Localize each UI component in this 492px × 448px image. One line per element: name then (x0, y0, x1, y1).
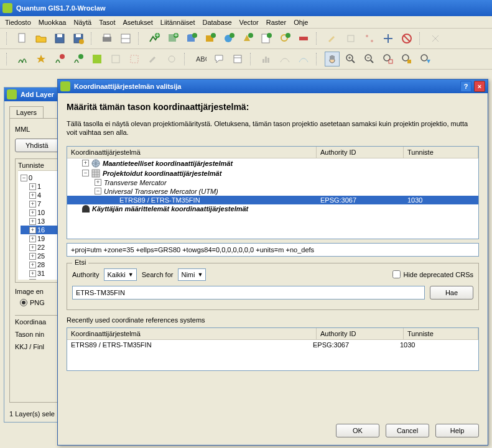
menu-muokkaa[interactable]: Muokkaa (39, 19, 67, 26)
modal-heading: Määritä tämän tason koordinaattjärjestel… (67, 102, 479, 112)
menu-liitannaiset[interactable]: Liitännäiset (160, 19, 195, 26)
add-wfs-icon[interactable] (240, 31, 255, 46)
composer-icon[interactable] (118, 31, 133, 46)
tree-row-tm[interactable]: +Transverse Mercator (67, 178, 478, 187)
add-vector-icon[interactable]: + (147, 31, 162, 46)
grass-new-icon[interactable] (15, 52, 30, 66)
zoomlayer-icon[interactable] (418, 52, 433, 66)
node-icon[interactable] (362, 31, 377, 46)
search-fieldset: Etsi Authority Kaikki▼ Search for Nimi▼ … (67, 263, 479, 310)
annotation-icon[interactable] (211, 52, 226, 66)
help-button[interactable]: Help (435, 424, 479, 437)
svg-rect-38 (112, 55, 119, 63)
menu-raster[interactable]: Raster (266, 19, 286, 26)
menu-ohje[interactable]: Ohje (294, 19, 308, 26)
svg-point-27 (285, 33, 290, 38)
grass-star-icon[interactable] (34, 52, 49, 66)
recent-crs-list[interactable]: Koordinaattijärjestelmä Authority ID Tun… (67, 327, 479, 371)
move-icon[interactable] (381, 31, 396, 46)
menu-asetukset[interactable]: Asetukset (123, 19, 152, 26)
delete-feat-icon[interactable] (399, 31, 414, 46)
tree-row-proj[interactable]: −Projektoidut koordinaattijärjestelmät (67, 168, 478, 178)
menu-vector[interactable]: Vector (239, 19, 259, 26)
print-icon[interactable] (100, 31, 114, 46)
recent-row[interactable]: ETRS89 / ETRS-TM35FIN EPSG:3067 1030 (67, 340, 478, 350)
ok-button[interactable]: OK (336, 424, 379, 437)
menu-tiedosto[interactable]: Tiedosto (5, 19, 31, 26)
add-gps-icon[interactable] (277, 31, 292, 46)
add-raster-icon[interactable]: + (165, 31, 180, 46)
hide-deprecated-checkbox[interactable]: Hide deprecated CRSs (392, 270, 473, 278)
add-spatial-icon[interactable] (203, 31, 218, 46)
open-icon[interactable] (34, 31, 49, 46)
svg-point-19 (211, 33, 216, 38)
menu-database[interactable]: Database (202, 19, 231, 26)
tree-row-utm[interactable]: −Universal Transverse Mercator (UTM) (67, 187, 478, 196)
grass-close-icon[interactable] (52, 52, 67, 66)
svg-rect-45 (265, 57, 267, 63)
cut-icon[interactable] (428, 31, 443, 46)
col-tunniste[interactable]: Tunniste (404, 147, 478, 158)
tree-row-user[interactable]: Käyttäjän määrittelemät koordinaattijärj… (67, 204, 478, 213)
zoomout-icon[interactable] (362, 52, 377, 66)
tree-row-selected[interactable]: ETRS89 / ETRS-TM35FIN EPSG:3067 1030 (67, 196, 478, 204)
add-db-icon[interactable] (184, 31, 199, 46)
grass-edit-icon[interactable] (146, 52, 160, 66)
stretch2-icon[interactable] (296, 52, 311, 66)
main-title: Quantum GIS1.7.0-Wroclaw (16, 4, 490, 12)
grass-region-icon[interactable] (127, 52, 142, 66)
searchfor-label: Search for (142, 271, 174, 278)
zoomin-icon[interactable] (343, 52, 358, 66)
help-icon[interactable]: ? (460, 81, 471, 92)
zoomfull-icon[interactable] (381, 52, 396, 66)
svg-rect-4 (76, 34, 81, 37)
pan-icon[interactable] (325, 52, 340, 66)
svg-point-5 (79, 39, 84, 44)
crs-tree[interactable]: Koordinaattijärjestelmä Authority ID Tun… (67, 146, 479, 239)
tab-layers[interactable]: Layers (9, 106, 44, 118)
grass-add-icon[interactable] (71, 52, 86, 66)
yhdista-button[interactable]: Yhdistä (15, 139, 59, 152)
hist-icon[interactable] (259, 52, 274, 66)
searchfor-combo[interactable]: Nimi▼ (178, 268, 206, 281)
authority-combo[interactable]: Kaikki▼ (104, 268, 136, 281)
form-icon[interactable] (230, 52, 245, 66)
label-icon[interactable]: ABC (193, 52, 208, 66)
col-crs[interactable]: Koordinaattijärjestelmä (67, 147, 317, 158)
col-authority[interactable]: Authority ID (317, 147, 404, 158)
image-enc-label: Image en (15, 288, 44, 295)
stretch-icon[interactable] (277, 52, 292, 66)
grass-settings-icon[interactable] (164, 52, 179, 66)
chevron-down-icon: ▼ (128, 272, 134, 278)
grass-tools-icon[interactable] (108, 52, 123, 66)
remove-layer-icon[interactable] (296, 31, 311, 46)
menubar: Tiedosto Muokkaa Näytä Tasot Asetukset L… (0, 16, 492, 29)
svg-rect-61 (92, 170, 100, 177)
svg-marker-34 (37, 55, 45, 63)
toolbar-1: + + (0, 29, 492, 49)
add-wms-icon[interactable] (221, 31, 236, 46)
add-csv-icon[interactable] (259, 31, 274, 46)
svg-line-52 (371, 60, 373, 63)
zoomsel-icon[interactable] (399, 52, 414, 66)
svg-rect-46 (267, 58, 269, 63)
edit2-icon[interactable] (343, 31, 358, 46)
col-crs[interactable]: Koordinaattijärjestelmä (67, 328, 317, 339)
grass-raster-icon[interactable] (90, 52, 104, 66)
save-icon[interactable] (52, 31, 67, 46)
cancel-button[interactable]: Cancel (386, 424, 429, 437)
col-tunniste[interactable]: Tunniste (404, 328, 478, 339)
app-icon (2, 3, 12, 13)
svg-text:+: + (174, 32, 178, 39)
col-authority[interactable]: Authority ID (317, 328, 404, 339)
search-input[interactable] (72, 286, 425, 299)
svg-point-36 (78, 54, 83, 59)
tree-row-geo[interactable]: +Maantieteelliset koordinaattijärjestelm… (67, 158, 478, 168)
menu-nayta[interactable]: Näytä (73, 19, 91, 26)
close-icon[interactable]: × (474, 81, 485, 92)
menu-tasot[interactable]: Tasot (99, 19, 115, 26)
search-button[interactable]: Hae (430, 286, 473, 299)
edit-icon[interactable] (325, 31, 340, 46)
new-icon[interactable] (15, 31, 30, 46)
saveas-icon[interactable] (71, 31, 86, 46)
